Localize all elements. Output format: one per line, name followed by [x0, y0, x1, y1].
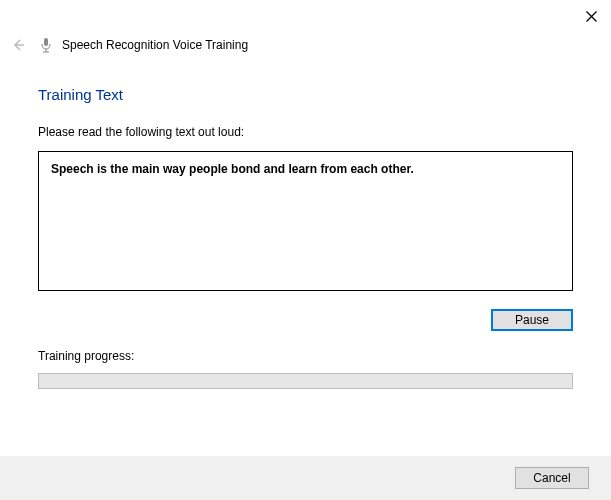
progress-bar	[38, 373, 573, 389]
content-area: Training Text Please read the following …	[0, 58, 611, 389]
instruction-text: Please read the following text out loud:	[38, 125, 573, 139]
training-text-box: Speech is the main way people bond and l…	[38, 151, 573, 291]
back-button[interactable]	[8, 35, 28, 55]
footer: Cancel	[0, 456, 611, 500]
cancel-button[interactable]: Cancel	[515, 467, 589, 489]
titlebar	[0, 0, 611, 32]
header-row: Speech Recognition Voice Training	[0, 32, 611, 58]
close-icon	[586, 11, 597, 22]
section-heading: Training Text	[38, 86, 573, 103]
progress-label: Training progress:	[38, 349, 573, 363]
pause-button[interactable]: Pause	[491, 309, 573, 331]
close-button[interactable]	[581, 6, 601, 26]
back-arrow-icon	[11, 38, 25, 52]
training-sentence: Speech is the main way people bond and l…	[51, 162, 560, 176]
window-title: Speech Recognition Voice Training	[62, 38, 248, 52]
pause-row: Pause	[38, 309, 573, 331]
microphone-icon	[38, 37, 54, 53]
svg-rect-3	[44, 38, 48, 46]
